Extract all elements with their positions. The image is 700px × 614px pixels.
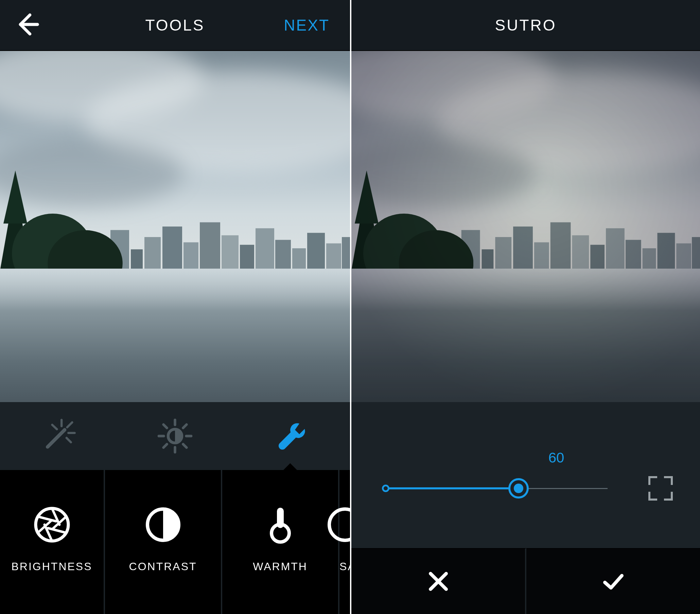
svg-rect-56 [692,237,700,307]
svg-line-26 [52,425,57,429]
cancel-button[interactable] [351,548,526,614]
svg-line-33 [163,424,167,428]
contrast-icon [143,504,184,545]
tool-label: SATU [339,560,350,573]
svg-point-41 [329,509,350,540]
svg-rect-45 [495,237,511,307]
droplet-icon [325,504,350,545]
screen-tools: TOOLS NEXT [0,0,350,614]
active-tab-pointer [283,463,298,471]
svg-line-22 [48,430,65,447]
skyline-graphic [351,216,700,307]
header-tools: TOOLS NEXT [0,0,350,51]
back-button[interactable] [14,11,41,39]
slider-thumb[interactable] [508,478,529,499]
confirm-bar [351,548,700,614]
filter-title: SUTRO [495,16,557,34]
tool-tabs [0,402,350,470]
tool-brightness[interactable]: BRIGHTNESS [0,470,105,614]
check-icon [601,570,625,593]
svg-line-27 [66,438,71,443]
tool-label: BRIGHTNESS [11,560,92,573]
svg-line-23 [67,422,72,427]
frame-toggle[interactable] [648,476,673,501]
svg-point-61 [399,230,474,290]
photo-preview-filtered[interactable] [351,51,700,402]
aperture-icon [32,504,72,545]
svg-rect-50 [590,245,604,307]
tool-warmth[interactable]: WARMTH [222,470,339,614]
tool-label: CONTRAST [129,560,197,573]
tool-label: WARMTH [253,560,308,573]
svg-rect-62 [351,277,473,290]
tab-lux[interactable] [116,402,233,470]
wrench-icon [273,417,310,455]
svg-rect-54 [657,233,675,307]
magic-wand-icon [40,417,77,455]
svg-point-60 [363,213,445,290]
slider-value: 60 [548,450,564,466]
svg-rect-42 [446,244,460,307]
thermometer-icon [260,504,301,545]
screen-filter: SUTRO [350,0,700,614]
filter-strength-slider[interactable] [385,487,608,489]
svg-rect-51 [606,228,625,307]
svg-line-36 [183,424,187,428]
close-icon [426,570,450,593]
filter-slider-panel: 60 [351,402,700,548]
header-filter: SUTRO [351,0,700,51]
tab-magic-wand[interactable] [0,402,116,470]
tool-contrast[interactable]: CONTRAST [105,470,222,614]
svg-rect-49 [572,235,589,307]
svg-marker-18 [3,170,27,223]
page-title: TOOLS [145,16,204,34]
trees-graphic [351,170,473,290]
confirm-button[interactable] [526,548,700,614]
svg-line-34 [183,444,187,448]
photo-preview[interactable] [0,51,350,402]
next-button[interactable]: NEXT [284,16,329,34]
svg-line-35 [163,444,167,448]
svg-marker-58 [351,184,385,290]
svg-rect-53 [642,248,656,307]
arrow-left-icon [14,11,41,38]
svg-rect-46 [513,227,533,307]
svg-rect-52 [626,240,641,307]
lux-icon [156,417,194,455]
svg-rect-57 [351,293,700,307]
tools-scroll[interactable]: BRIGHTNESS CONTRAST WARMTH SATU [0,470,350,614]
svg-rect-44 [482,249,494,307]
svg-rect-43 [461,230,480,307]
svg-rect-48 [550,222,571,307]
tab-wrench[interactable] [234,402,350,470]
svg-rect-47 [534,242,549,307]
svg-rect-55 [676,243,691,307]
svg-marker-59 [355,170,378,223]
svg-point-37 [36,508,68,541]
slider-start-dot [382,485,389,492]
tool-saturation[interactable]: SATU [339,470,350,614]
